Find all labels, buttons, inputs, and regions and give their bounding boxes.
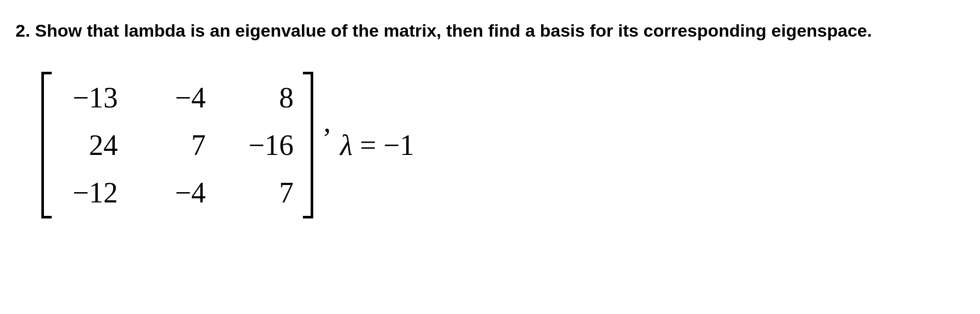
matrix-cell: 24 [61,129,118,162]
equals-sign: = [360,129,376,162]
lambda-value: −1 [384,129,415,162]
question-text: 2. Show that lambda is an eigenvalue of … [16,21,964,41]
matrix-cell: −4 [149,176,206,209]
question-number: 2. [16,21,30,40]
matrix-cell: −16 [237,129,294,162]
question-body: Show that lambda is an eigenvalue of the… [35,21,872,40]
matrix-left-bracket [41,72,52,218]
matrix-cell: 7 [237,176,294,209]
comma: , [324,105,331,185]
matrix-cell: −13 [61,81,118,114]
matrix-grid: −13 −4 8 24 7 −16 −12 −4 7 [56,72,299,218]
matrix-cell: −12 [61,176,118,209]
matrix-right-bracket [303,72,313,218]
math-display: −13 −4 8 24 7 −16 −12 −4 7 , λ = −1 [41,72,964,218]
matrix-cell: 8 [237,81,294,114]
lambda-equation: λ = −1 [340,129,414,162]
matrix: −13 −4 8 24 7 −16 −12 −4 7 [41,72,313,218]
lambda-symbol: λ [340,129,353,162]
matrix-cell: −4 [149,81,206,114]
matrix-cell: 7 [149,129,206,162]
lambda-expression: , λ = −1 [324,105,414,185]
